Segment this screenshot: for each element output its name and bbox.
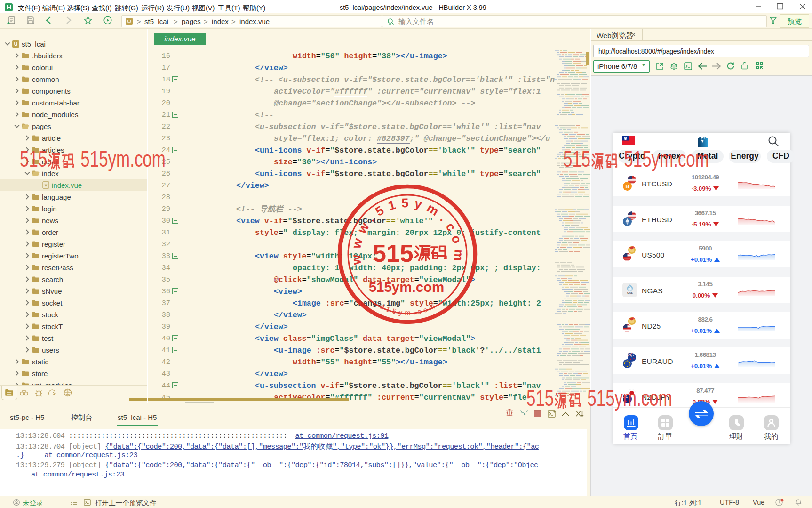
svg-text:GAS: GAS bbox=[627, 291, 633, 294]
svg-text:515: 515 bbox=[373, 240, 414, 267]
svg-text:B: B bbox=[626, 183, 629, 189]
svg-text:515ym.com: 515ym.com bbox=[369, 279, 445, 295]
